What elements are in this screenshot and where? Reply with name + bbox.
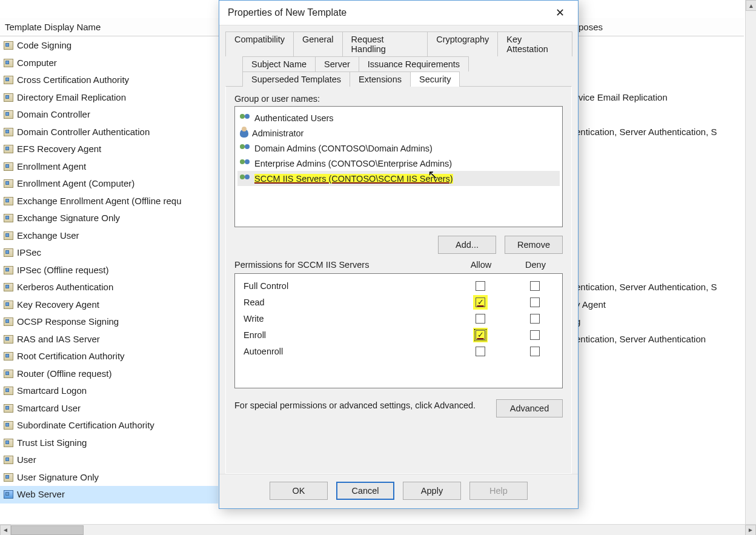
allow-checkbox[interactable] — [476, 347, 485, 356]
template-row[interactable]: EFS Recovery Agent — [0, 141, 218, 158]
tab-server[interactable]: Server — [315, 56, 359, 71]
template-row[interactable]: RAS and IAS Server — [0, 331, 218, 348]
principals-listbox[interactable]: Authenticated UsersAdministratorDomain A… — [234, 106, 563, 227]
template-name: User — [17, 451, 36, 469]
scroll-left-icon[interactable]: ◄ — [0, 525, 11, 536]
tab-cryptography[interactable]: Cryptography — [427, 32, 498, 56]
user-icon — [240, 129, 248, 138]
allow-checkbox[interactable]: ✓ — [476, 297, 485, 307]
group-icon — [240, 159, 251, 168]
principal-row[interactable]: SCCM IIS Servers (CONTOSO\SCCM IIS Serve… — [237, 171, 560, 186]
template-row[interactable]: Domain Controller Authentication — [0, 124, 218, 141]
tab-key-attestation[interactable]: Key Attestation — [497, 32, 572, 56]
template-row[interactable]: Cross Certification Authority — [0, 71, 218, 89]
tab-label: Superseded Templates — [251, 75, 341, 84]
tab-extensions[interactable]: Extensions — [350, 71, 411, 87]
template-row[interactable]: Directory Email Replication — [0, 89, 218, 107]
deny-checkbox[interactable] — [530, 314, 540, 324]
tab-request-handling[interactable]: Request Handling — [342, 32, 428, 56]
vertical-scrollbar[interactable]: ▲ — [745, 0, 756, 524]
deny-checkbox[interactable] — [530, 347, 540, 356]
template-row[interactable]: IPSec (Offline request) — [0, 262, 218, 279]
template-list[interactable]: Code SigningComputerCross Certification … — [0, 37, 218, 508]
remove-button[interactable]: Remove — [505, 236, 563, 254]
apply-button[interactable]: Apply — [403, 482, 461, 500]
tab-superseded-templates[interactable]: Superseded Templates — [242, 71, 350, 87]
allow-checkbox[interactable] — [476, 281, 485, 291]
template-icon — [4, 335, 13, 344]
principal-row[interactable]: Enterprise Admins (CONTOSO\Enterprise Ad… — [237, 156, 560, 171]
deny-checkbox[interactable] — [530, 330, 540, 340]
template-icon — [4, 93, 13, 102]
allow-checkbox[interactable] — [476, 314, 485, 324]
apply-button-label: Apply — [421, 486, 443, 496]
allow-header: Allow — [454, 260, 508, 270]
template-name: Router (Offline request) — [17, 365, 111, 383]
principal-row[interactable]: Administrator — [237, 125, 560, 141]
template-row[interactable]: Code Signing — [0, 37, 218, 55]
tab-label: Key Attestation — [506, 35, 548, 54]
cancel-button[interactable]: Cancel — [336, 482, 394, 500]
principal-row[interactable]: Domain Admins (CONTOSO\Domain Admins) — [237, 141, 560, 156]
add-button-label: Add... — [456, 240, 479, 250]
template-name: Root Certification Authority — [17, 348, 125, 365]
template-row[interactable]: Root Certification Authority — [0, 348, 218, 365]
template-name: Exchange Enrollment Agent (Offline requ — [17, 193, 182, 210]
deny-checkbox[interactable] — [530, 281, 540, 291]
principal-row[interactable]: Authenticated Users — [237, 110, 560, 125]
dialog-titlebar[interactable]: Properties of New Template ✕ — [219, 1, 578, 25]
template-right-text — [575, 417, 745, 434]
properties-dialog: Properties of New Template ✕ Compatibili… — [219, 0, 579, 509]
permission-row: Read✓ — [235, 294, 562, 310]
template-row[interactable]: Kerberos Authentication — [0, 279, 218, 296]
tab-compatibility[interactable]: Compatibility — [225, 32, 294, 56]
column-header-purposes-label: rposes — [575, 22, 603, 32]
tab-issuance-requirements[interactable]: Issuance Requirements — [359, 56, 469, 71]
principal-label: Administrator — [252, 128, 303, 138]
template-row[interactable]: Enrollment Agent — [0, 158, 218, 176]
template-name: Smartcard User — [17, 400, 81, 417]
template-name: Kerberos Authentication — [17, 279, 113, 296]
template-row[interactable]: Router (Offline request) — [0, 365, 218, 383]
template-icon — [4, 41, 13, 50]
ok-button[interactable]: OK — [270, 482, 328, 500]
advanced-button[interactable]: Advanced — [496, 399, 563, 417]
permissions-listbox[interactable]: Full ControlRead✓WriteEnroll✓Autoenroll — [234, 273, 563, 388]
column-header-purposes[interactable]: rposes — [575, 18, 603, 36]
template-name: IPSec — [17, 244, 41, 262]
allow-checkbox[interactable]: ✓ — [476, 330, 485, 340]
column-header-label: Template Display Name — [5, 22, 101, 32]
help-button[interactable]: Help — [469, 482, 528, 500]
template-row[interactable]: Exchange Enrollment Agent (Offline requ — [0, 193, 218, 210]
template-row[interactable]: Smartcard Logon — [0, 382, 218, 400]
template-row[interactable]: Exchange User — [0, 227, 218, 245]
template-row[interactable]: Trust List Signing — [0, 434, 218, 452]
template-right-text: entication, Server Authentication, S — [575, 124, 745, 141]
hscroll-thumb[interactable] — [11, 525, 84, 535]
template-icon — [4, 214, 13, 222]
deny-checkbox[interactable] — [530, 297, 540, 307]
template-icon — [4, 301, 13, 309]
template-row[interactable]: Computer — [0, 55, 218, 72]
template-right-text: entication, Server Authentication — [575, 331, 745, 348]
tab-security[interactable]: Security — [410, 71, 460, 87]
template-row[interactable]: Key Recovery Agent — [0, 296, 218, 314]
tab-subject-name[interactable]: Subject Name — [242, 56, 316, 71]
add-button[interactable]: Add... — [438, 236, 496, 254]
template-row[interactable]: Enrollment Agent (Computer) — [0, 175, 218, 193]
horizontal-scrollbar[interactable]: ◄ ► — [0, 524, 756, 535]
scroll-up-icon[interactable]: ▲ — [746, 0, 756, 11]
template-row[interactable]: User — [0, 451, 218, 469]
template-row[interactable]: OCSP Response Signing — [0, 313, 218, 331]
template-row[interactable]: User Signature Only — [0, 469, 218, 487]
template-right-text — [575, 400, 745, 417]
template-row[interactable]: Smartcard User — [0, 400, 218, 417]
template-row[interactable]: Subordinate Certification Authority — [0, 417, 218, 434]
scroll-right-icon[interactable]: ► — [745, 525, 756, 536]
tab-general[interactable]: General — [293, 32, 343, 56]
close-icon[interactable]: ✕ — [548, 4, 572, 22]
template-row[interactable]: IPSec — [0, 244, 218, 262]
tab-label: Compatibility — [234, 35, 285, 44]
template-row[interactable]: Domain Controller — [0, 106, 218, 124]
template-row[interactable]: Exchange Signature Only — [0, 210, 218, 227]
